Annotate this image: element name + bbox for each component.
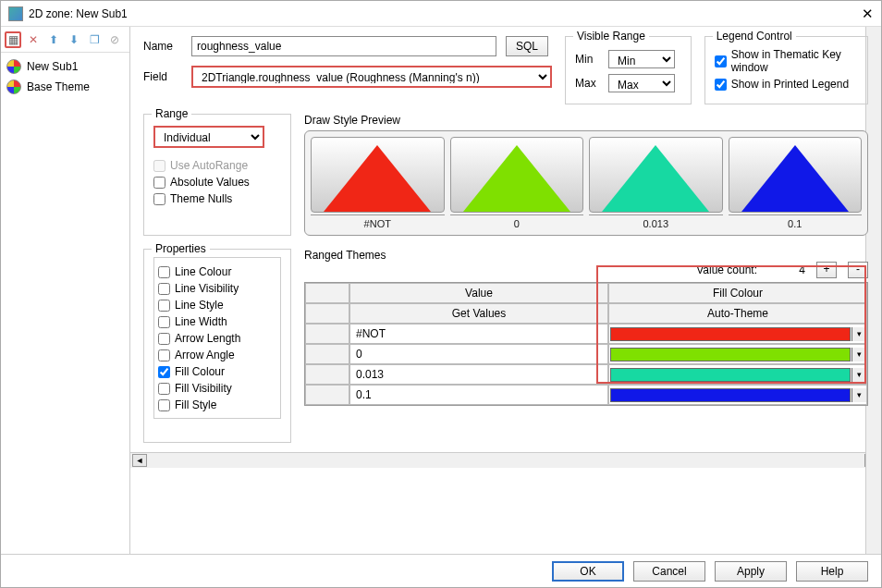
move-up-button[interactable]: ⬆ (45, 31, 62, 48)
property-label: Arrow Length (175, 332, 240, 345)
get-values-button[interactable]: Get Values (349, 303, 608, 324)
property-item[interactable]: Line Colour (158, 265, 276, 278)
properties-list: Line ColourLine VisibilityLine StyleLine… (153, 257, 281, 419)
fill-colour-cell[interactable]: ▾ (608, 364, 867, 385)
row-header[interactable] (305, 364, 349, 385)
table-row: 0.013▾ (305, 364, 867, 385)
show-printed-checkbox[interactable]: Show in Printed Legend (715, 78, 858, 91)
name-input[interactable] (191, 36, 496, 56)
dropdown-icon[interactable]: ▾ (851, 388, 866, 402)
checkbox[interactable] (715, 55, 727, 67)
swatch-label: 0.013 (589, 214, 723, 229)
color-bar (610, 368, 851, 382)
range-mode-select[interactable]: Individual (153, 126, 264, 148)
close-icon[interactable]: ✕ (837, 6, 874, 22)
value-count-plus[interactable]: + (816, 262, 837, 278)
property-label: Line Style (175, 299, 224, 312)
checkbox[interactable] (158, 283, 170, 295)
preview-swatch[interactable]: #NOT (311, 137, 445, 229)
table-row: 0.1▾ (305, 385, 867, 405)
group-title: Visible Range (573, 30, 649, 43)
property-item[interactable]: Arrow Length (158, 332, 276, 345)
checkbox[interactable] (158, 316, 170, 328)
min-label: Min (575, 53, 601, 66)
value-count-label: Value count: (696, 263, 757, 276)
swatch-label: 0.1 (729, 214, 863, 229)
tree-item[interactable]: Base Theme (5, 77, 126, 97)
value-cell[interactable]: #NOT (349, 324, 608, 344)
dropdown-icon[interactable]: ▾ (851, 348, 866, 361)
group-title: Properties (152, 242, 210, 255)
value-cell[interactable]: 0.013 (349, 364, 608, 385)
theme-icon (6, 59, 21, 74)
sql-button[interactable]: SQL (506, 36, 548, 56)
max-select[interactable]: Max (608, 74, 675, 92)
apply-button[interactable]: Apply (715, 561, 787, 582)
value-count-minus[interactable]: - (848, 262, 868, 278)
scroll-left-icon[interactable]: ◄ (132, 454, 147, 467)
ranged-themes-label: Ranged Themes (304, 249, 868, 262)
property-item[interactable]: Arrow Angle (158, 349, 276, 361)
property-label: Line Visibility (175, 282, 239, 295)
copy-theme-button[interactable]: ❐ (86, 31, 103, 48)
checkbox[interactable] (153, 193, 165, 205)
checkbox[interactable] (158, 366, 170, 378)
move-down-button[interactable]: ⬇ (66, 31, 82, 48)
dialog-footer: OK Cancel Apply Help (1, 554, 881, 587)
checkbox[interactable] (153, 177, 165, 189)
row-header[interactable] (305, 324, 349, 344)
value-cell[interactable]: 0 (349, 344, 608, 364)
property-item[interactable]: Fill Style (158, 398, 276, 411)
property-label: Arrow Angle (175, 349, 235, 361)
dropdown-icon[interactable]: ▾ (851, 327, 866, 341)
theme-tree: New Sub1 Base Theme (1, 53, 129, 101)
property-label: Line Width (175, 315, 227, 328)
delete-theme-button[interactable]: ✕ (25, 31, 42, 48)
property-label: Line Colour (175, 265, 231, 278)
cancel-button[interactable]: Cancel (633, 561, 705, 582)
auto-theme-button[interactable]: Auto-Theme (608, 303, 867, 324)
min-select[interactable]: Min (608, 50, 675, 68)
side-toolbar: ▦ ✕ ⬆ ⬇ ❐ ⊘ (1, 27, 129, 53)
preview-swatch[interactable]: 0 (450, 137, 584, 229)
checkbox[interactable] (158, 266, 170, 278)
tree-item[interactable]: New Sub1 (5, 56, 126, 77)
absolute-values-checkbox[interactable]: Absolute Values (153, 176, 281, 189)
theme-nulls-checkbox[interactable]: Theme Nulls (153, 192, 281, 205)
property-item[interactable]: Line Width (158, 315, 276, 328)
horizontal-scrollbar[interactable]: ◄ ► (130, 452, 881, 468)
property-item[interactable]: Line Style (158, 299, 276, 312)
checkbox[interactable] (158, 349, 170, 361)
property-item[interactable]: Line Visibility (158, 282, 276, 295)
fill-colour-cell[interactable]: ▾ (608, 344, 867, 364)
app-icon (8, 6, 23, 21)
color-bar (610, 348, 851, 361)
checkbox[interactable] (158, 333, 170, 345)
add-theme-button[interactable]: ▦ (5, 31, 21, 48)
value-cell[interactable]: 0.1 (349, 385, 608, 405)
color-bar (610, 327, 851, 341)
help-button[interactable]: Help (796, 561, 868, 582)
draw-style-preview: Draw Style Preview #NOT00.0130.1 (304, 114, 868, 236)
row-header[interactable] (305, 344, 349, 364)
property-item[interactable]: Fill Visibility (158, 382, 276, 395)
disable-theme-button[interactable]: ⊘ (106, 31, 123, 48)
triangle-icon (602, 145, 709, 212)
ok-button[interactable]: OK (552, 561, 624, 582)
field-label: Field (143, 70, 182, 83)
checkbox[interactable] (158, 399, 170, 411)
show-key-checkbox[interactable]: Show in Thematic Key window (715, 48, 858, 74)
preview-swatch[interactable]: 0.1 (729, 137, 863, 229)
fill-colour-cell[interactable]: ▾ (608, 385, 867, 405)
fill-colour-cell[interactable]: ▾ (608, 324, 867, 344)
row-header[interactable] (305, 385, 349, 405)
properties-group: Properties Line ColourLine VisibilityLin… (143, 249, 291, 443)
checkbox[interactable] (158, 300, 170, 312)
property-label: Fill Colour (175, 365, 225, 378)
checkbox[interactable] (715, 79, 727, 91)
property-item[interactable]: Fill Colour (158, 365, 276, 378)
dropdown-icon[interactable]: ▾ (851, 368, 866, 382)
field-select[interactable]: 2DTriangle.roughness_value (Roughness (M… (191, 66, 552, 88)
preview-swatch[interactable]: 0.013 (589, 137, 723, 229)
checkbox[interactable] (158, 383, 170, 395)
